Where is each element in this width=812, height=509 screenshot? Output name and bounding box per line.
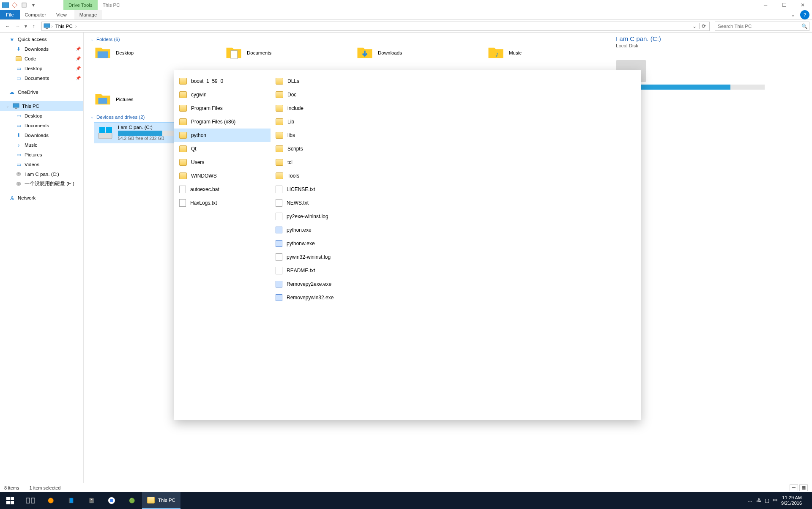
chevron-right-icon[interactable]: ›	[74, 24, 78, 29]
task-view-button[interactable]	[20, 492, 41, 509]
drive-icon: ⛃	[15, 171, 22, 178]
address-bar[interactable]: › This PC › ⌄ ⟳	[41, 22, 710, 31]
list-item[interactable]: Doc	[271, 88, 367, 101]
view-icons-button[interactable]: ▦	[799, 484, 808, 491]
nav-pc-item[interactable]: ▭Videos	[0, 159, 83, 169]
qat-item[interactable]	[19, 0, 29, 10]
list-item[interactable]: python.exe	[271, 223, 367, 237]
tray-overflow-icon[interactable]: ︿	[748, 498, 753, 504]
list-item[interactable]: Tools	[271, 169, 367, 183]
list-item[interactable]: HaxLogs.txt	[174, 196, 271, 210]
folder-music[interactable]: ♪Music	[487, 44, 588, 61]
taskbar-chrome[interactable]	[101, 492, 122, 509]
taskbar-app[interactable]: 🟢	[122, 492, 142, 509]
nav-pc-item[interactable]: ♪Music	[0, 140, 83, 150]
view-details-button[interactable]: ☰	[790, 484, 798, 491]
up-button[interactable]: ↑	[29, 21, 39, 31]
nav-quick-access[interactable]: ★ Quick access	[0, 34, 83, 44]
tray-network-icon[interactable]: 🖧	[756, 498, 761, 503]
section-folders[interactable]: ⌄ Folders (6)	[90, 37, 604, 42]
item-label: Tools	[287, 173, 299, 179]
context-tab-drive-tools[interactable]: Drive Tools	[63, 0, 98, 10]
taskbar-explorer[interactable]: This PC	[142, 492, 180, 509]
taskbar-app[interactable]: 🟠	[41, 492, 61, 509]
file-menu[interactable]: File	[0, 10, 20, 19]
close-button[interactable]: ✕	[793, 0, 812, 10]
nav-pc-item[interactable]: ▭Pictures	[0, 150, 83, 159]
list-item[interactable]: pythonw.exe	[271, 237, 367, 250]
nav-quick-item[interactable]: ▭ Documents 📌	[0, 73, 83, 83]
qat-overflow[interactable]: ▾	[29, 0, 38, 10]
taskbar-app[interactable]: 📓	[81, 492, 101, 509]
back-button[interactable]: ←	[3, 21, 13, 31]
list-item[interactable]: include	[271, 101, 367, 115]
nav-pc-item[interactable]: ⛃一个没屁用的硬盘 (E:)	[0, 179, 83, 189]
list-item[interactable]: NEWS.txt	[271, 196, 367, 210]
list-item[interactable]: Program Files	[174, 101, 271, 115]
nav-pc-item[interactable]: ▭Desktop	[0, 111, 83, 120]
drive-label: I am C pan. (C:)	[118, 125, 175, 130]
list-item[interactable]: Qt	[174, 142, 271, 156]
show-desktop-button[interactable]	[808, 492, 810, 509]
nav-quick-item[interactable]: ⬇ Downloads 📌	[0, 44, 83, 54]
folder-documents[interactable]: Documents	[225, 44, 326, 61]
nav-this-pc[interactable]: ⌄ This PC	[0, 101, 83, 111]
pin-icon: 📌	[76, 47, 81, 51]
nav-network[interactable]: 🖧 Network	[0, 193, 83, 203]
item-label: autoexec.bat	[190, 186, 219, 192]
menu-view[interactable]: View	[51, 10, 72, 19]
nav-quick-item[interactable]: Code 📌	[0, 54, 83, 63]
folder-downloads[interactable]: Downloads	[356, 44, 457, 61]
list-item[interactable]: pywin32-wininst.log	[271, 250, 367, 264]
list-item[interactable]: python	[174, 129, 271, 142]
drive-c[interactable]: I am C pan. (C:) 54.2 GB free of 232 GB	[94, 122, 178, 143]
list-item[interactable]: autoexec.bat	[174, 183, 271, 196]
list-item[interactable]: DLLs	[271, 74, 367, 88]
qat-item[interactable]	[10, 0, 19, 10]
list-item[interactable]: Lib	[271, 115, 367, 129]
desktop-icon: ▭	[15, 112, 22, 119]
list-item[interactable]: LICENSE.txt	[271, 183, 367, 196]
list-item[interactable]: Users	[174, 156, 271, 169]
nav-pc-item[interactable]: ⬇Downloads	[0, 130, 83, 140]
list-item[interactable]: libs	[271, 129, 367, 142]
list-item[interactable]: README.txt	[271, 264, 367, 277]
list-item[interactable]: Scripts	[271, 142, 367, 156]
folder-icon	[179, 91, 187, 98]
list-item[interactable]: py2exe-wininst.log	[271, 210, 367, 223]
nav-quick-item[interactable]: ▭ Desktop 📌	[0, 63, 83, 73]
list-item[interactable]: tcl	[271, 156, 367, 169]
menu-computer[interactable]: Computer	[20, 10, 52, 19]
folder-desktop[interactable]: Desktop	[94, 44, 195, 61]
chevron-right-icon[interactable]: ›	[50, 24, 54, 29]
forward-button[interactable]: →	[13, 21, 23, 31]
taskbar-app[interactable]: 📘	[61, 492, 81, 509]
tray-time: 11:29 AM	[781, 495, 802, 501]
tray-clock[interactable]: 11:29 AM 9/21/2016	[781, 495, 804, 506]
list-item[interactable]: Removepy2exe.exe	[271, 277, 367, 291]
recent-dropdown[interactable]: ▾	[23, 21, 29, 31]
list-item[interactable]: boost_1_59_0	[174, 74, 271, 88]
refresh-icon[interactable]: ⟳	[699, 23, 708, 29]
crumb-this-pc[interactable]: This PC	[54, 24, 74, 29]
list-item[interactable]: cygwin	[174, 88, 271, 101]
maximize-button[interactable]: ☐	[775, 0, 793, 10]
tray-action-center-icon[interactable]: ▢	[765, 498, 769, 504]
help-icon[interactable]: ?	[800, 10, 809, 19]
downloads-icon: ⬇	[15, 132, 22, 139]
minimize-button[interactable]: ─	[756, 0, 775, 10]
list-item[interactable]: WINDOWS	[174, 169, 271, 183]
search-box[interactable]: 🔍	[715, 22, 809, 31]
nav-pc-item[interactable]: ⛃I am C pan. (C:)	[0, 169, 83, 179]
address-dropdown-icon[interactable]: ⌄	[691, 23, 698, 29]
ribbon-expand-icon[interactable]: ⌄	[788, 12, 798, 18]
nav-onedrive[interactable]: ☁ OneDrive	[0, 87, 83, 97]
nav-pc-item[interactable]: ▭Documents	[0, 120, 83, 130]
start-button[interactable]	[0, 492, 20, 509]
tray-ime-icon[interactable]: 中	[773, 498, 778, 504]
list-item[interactable]: Removepywin32.exe	[271, 291, 367, 304]
search-input[interactable]	[718, 24, 807, 29]
menu-manage[interactable]: Manage	[74, 10, 102, 19]
list-item[interactable]: Program Files (x86)	[174, 115, 271, 129]
chevron-down-icon[interactable]: ⌄	[6, 104, 10, 108]
